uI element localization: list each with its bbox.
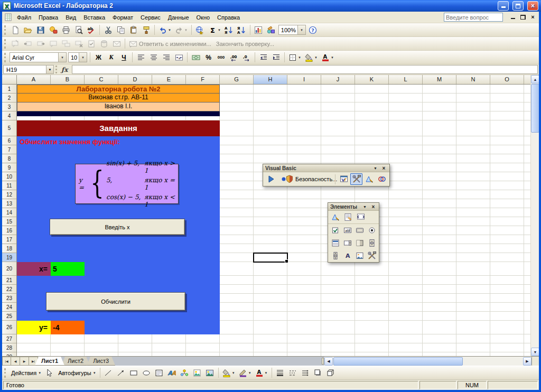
horizontal-scrollbar[interactable]: ◀ ▶ [324,357,531,366]
insert-picture-button[interactable] [204,367,216,379]
column-header-I[interactable]: I [287,75,321,84]
sort-ascending-button[interactable]: АЯ [223,24,235,36]
visual-basic-options-icon[interactable]: ▼ [372,165,379,171]
question-input[interactable] [444,13,503,22]
toolbar-grip[interactable] [4,53,6,62]
column-header-F[interactable]: F [186,75,220,84]
redo-dropdown-icon[interactable]: ▼ [184,29,188,32]
minimize-button[interactable] [498,1,509,11]
shadow-style-button[interactable] [312,367,324,379]
autoshapes-menu-dropdown-icon[interactable]: ▼ [93,371,96,375]
design-mode-button[interactable] [330,212,341,222]
column-header-M[interactable]: M [423,75,456,84]
undo-dropdown-icon[interactable]: ▼ [168,29,171,32]
design-mode-button[interactable] [363,173,375,185]
sheet-cells-area[interactable]: Лабораторна робота №2 Виконав ст.гр. АВ-… [17,85,530,356]
column-header-E[interactable]: E [152,75,186,84]
column-header-N[interactable]: N [456,75,490,84]
column-header-A[interactable]: A [17,75,51,84]
bold-button[interactable]: Ж [92,52,105,63]
row-header-12[interactable]: 12 [2,190,16,199]
row-header-1[interactable]: 1 [2,85,16,94]
menu-insert[interactable]: Вставка [80,13,109,22]
column-header-L[interactable]: L [389,75,423,84]
row-header-26[interactable]: 26 [2,321,16,334]
horizontal-scrollbar-thumb[interactable] [333,357,463,366]
format-painter-button[interactable] [140,24,152,36]
list-box-button[interactable] [330,238,341,248]
sheet-tab-Лист3[interactable]: Лист3 [87,357,115,366]
workbook-restore-button[interactable] [518,13,527,21]
cell-author[interactable]: Виконав ст.гр. АВ-11 [17,94,220,102]
comma-style-button[interactable]: 000 [215,52,227,63]
cell-y-value[interactable]: -4 [51,321,85,334]
rectangle-button[interactable] [128,367,140,379]
undo-button[interactable]: ▼ [157,24,173,36]
percent-style-button[interactable]: % [202,52,214,63]
menu-window[interactable]: Окно [193,13,214,22]
row-header-8[interactable]: 8 [2,154,16,163]
control-toolbox-options-icon[interactable]: ▼ [361,203,368,210]
calculate-button[interactable]: Обчислити [46,292,185,311]
row-header-7[interactable]: 7 [2,145,16,154]
fill-color-button[interactable]: ▼ [221,367,237,379]
select-all-corner[interactable] [2,75,17,85]
line-color-button[interactable]: ▼ [237,367,253,379]
properties-button[interactable] [342,212,354,222]
column-header-B[interactable]: B [51,75,85,84]
borders-button[interactable]: ▼ [287,52,303,63]
row-header-25[interactable]: 25 [2,312,16,321]
align-left-button[interactable] [135,52,147,63]
cell-x-value[interactable]: 5 [51,262,85,276]
decrease-indent-button[interactable] [257,52,269,63]
dash-style-button[interactable] [287,367,299,379]
toolbar-grip[interactable] [4,39,6,49]
menu-tools[interactable]: Сервис [137,13,164,22]
column-header-J[interactable]: J [321,75,355,84]
row-header-15[interactable]: 15 [2,217,16,226]
spin-button-button[interactable] [366,238,377,248]
name-box[interactable]: H19 ▼ [3,65,54,74]
script-editor-button[interactable] [376,173,388,185]
visual-basic-toolbar-titlebar[interactable]: Visual Basic ▼ × [263,164,389,172]
font-name-dropdown-icon[interactable]: ▼ [58,53,66,62]
sort-descending-button[interactable]: ЯА [236,24,248,36]
autosum-button[interactable]: Σ▼ [207,24,222,36]
image-control-button[interactable] [354,250,365,261]
cell-lab-title[interactable]: Лабораторна робота №2 [17,85,220,94]
print-button[interactable] [60,24,72,36]
column-header-D[interactable]: D [118,75,152,84]
next-sheet-button[interactable]: ▶ [20,357,29,366]
row-header-21[interactable]: 21 [2,276,16,285]
insert-clip-art-button[interactable] [191,367,203,379]
workbook-icon[interactable] [4,13,12,21]
toolbar-grip[interactable] [4,25,6,35]
column-header-H[interactable]: H [254,75,287,84]
row-header-19[interactable]: 19 [2,253,16,262]
font-color-button[interactable]: А▼ [320,52,335,63]
menu-edit[interactable]: Правка [35,13,62,22]
drawing-button[interactable] [265,24,277,36]
row-header-10[interactable]: 10 [2,172,16,181]
open-button[interactable] [22,24,34,36]
scroll-up-icon[interactable]: ▲ [531,75,539,83]
cell-task-title[interactable]: Завдання [17,120,220,136]
font-size-combobox[interactable]: 10▼ [68,52,87,62]
scroll-right-icon[interactable]: ▶ [523,357,531,366]
check-box-button[interactable] [330,225,341,236]
visual-basic-close-icon[interactable]: × [380,165,387,171]
fill-color-button[interactable]: ▼ [303,52,319,63]
menu-file[interactable]: Файл [13,13,35,22]
draw-menu-dropdown-icon[interactable]: ▼ [38,371,41,375]
workbook-close-button[interactable]: × [528,13,537,21]
cell-x-label[interactable]: x= [17,262,51,276]
align-center-button[interactable] [147,52,160,63]
insert-diagram-button[interactable] [179,367,191,379]
font-color-dropdown-icon[interactable]: ▼ [331,56,334,59]
fill-color-dropdown-icon[interactable]: ▼ [314,56,318,59]
row-header-27[interactable]: 27 [2,334,16,343]
vertical-scrollbar-thumb[interactable] [531,84,539,133]
row-header-22[interactable]: 22 [2,285,16,294]
insert-wordart-button[interactable]: AA [166,367,178,379]
select-objects-button[interactable] [43,367,55,379]
